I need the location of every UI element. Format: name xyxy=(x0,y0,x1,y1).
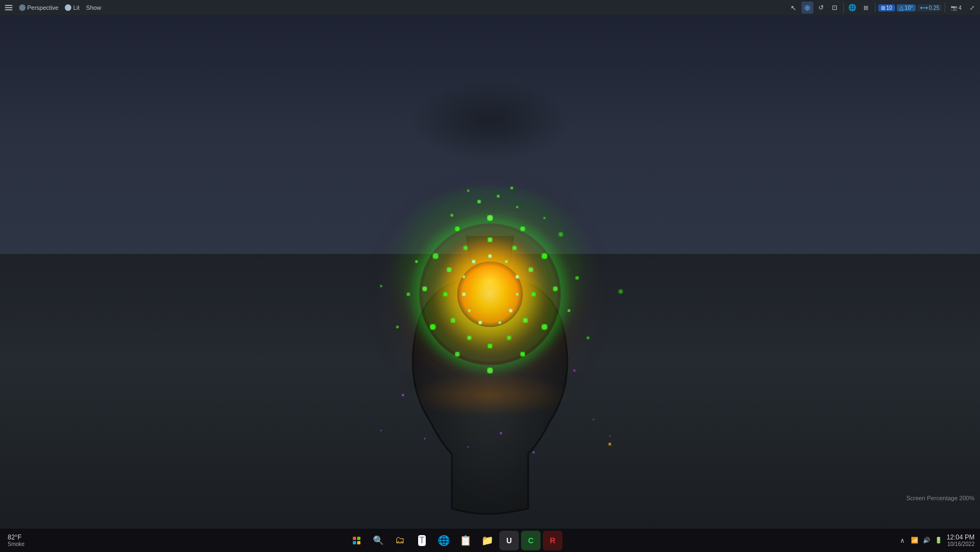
search-icon: 🔍 xyxy=(373,535,384,545)
select-mode-button[interactable]: ↖ xyxy=(788,2,800,14)
grid-snap-badge[interactable]: ⊞ 10 xyxy=(878,4,895,11)
teams-button[interactable]: T xyxy=(412,531,432,550)
sound-button[interactable]: 🔊 xyxy=(922,536,932,545)
unreal-icon: U xyxy=(506,536,512,545)
search-button[interactable]: 🔍 xyxy=(369,531,388,550)
crashpad-icon: C xyxy=(528,536,534,545)
camera-fov-value: 4 xyxy=(958,5,961,11)
taskbar-center: 🔍 🗂 T 🌐 📋 📁 U C R xyxy=(65,531,844,550)
battery-icon: 🔋 xyxy=(935,537,942,544)
wifi-icon[interactable]: 📶 xyxy=(910,536,920,545)
files-icon: 📁 xyxy=(481,535,493,547)
weather-widget[interactable]: 82°F Smoke xyxy=(4,533,28,547)
screen-pct-value: 200% xyxy=(959,495,975,501)
chevron-up-button[interactable]: ∧ xyxy=(898,536,908,545)
sticky-notes-button[interactable]: 📋 xyxy=(456,531,475,550)
lit-icon xyxy=(65,4,71,11)
taskbar-right: ∧ 📶 🔊 🔋 12:04 PM 10/16/2022 xyxy=(844,533,980,547)
scale-button[interactable]: ⊡ xyxy=(829,2,841,14)
unreal-engine-button[interactable]: U xyxy=(499,531,519,550)
world-settings-button[interactable]: 🌐 xyxy=(847,2,859,14)
red-app-icon: R xyxy=(550,536,555,545)
surface-icon: ⊞ xyxy=(863,4,868,11)
lit-button[interactable]: Lit xyxy=(62,2,82,14)
windows-start-button[interactable] xyxy=(347,531,366,550)
cursor-icon: ↖ xyxy=(791,4,797,12)
scale-snap-icon: ⟷ xyxy=(920,5,928,11)
lit-label: Lit xyxy=(73,4,79,11)
rotation-snap-badge[interactable]: △ 10° xyxy=(897,4,916,11)
files-button[interactable]: 📁 xyxy=(477,531,497,550)
file-explorer-icon: 🗂 xyxy=(395,535,405,546)
show-button[interactable]: Show xyxy=(83,2,104,14)
grid-icon: ⊞ xyxy=(881,5,885,11)
hamburger-menu[interactable] xyxy=(2,2,15,14)
clock-date: 10/16/2022 xyxy=(947,541,975,547)
maximize-button[interactable]: ⤢ xyxy=(966,2,978,14)
toolbar-left: Perspective Lit Show xyxy=(2,2,788,14)
taskbar: 82°F Smoke 🔍 🗂 T 🌐 📋 xyxy=(0,529,980,552)
wifi-status-icon: 📶 xyxy=(911,537,918,544)
chrome-icon: 🌐 xyxy=(438,535,450,547)
sound-icon: 🔊 xyxy=(923,537,930,544)
hamburger-icon xyxy=(5,5,13,10)
viewport-toolbar: Perspective Lit Show ↖ ⊕ ↺ xyxy=(0,0,980,15)
red-app-button[interactable]: R xyxy=(543,531,562,550)
perspective-label: Perspective xyxy=(27,4,58,11)
rotation-value: 10° xyxy=(905,5,913,11)
world-icon: 🌐 xyxy=(848,4,856,11)
translate-button[interactable]: ⊕ xyxy=(801,2,813,14)
rotate-button[interactable]: ↺ xyxy=(815,2,827,14)
3d-object xyxy=(376,236,604,519)
3d-viewport[interactable]: Perspective Lit Show ↖ ⊕ ↺ xyxy=(0,0,980,529)
system-tray: ∧ 📶 🔊 🔋 xyxy=(898,536,944,545)
grid-value: 10 xyxy=(886,5,892,11)
taskbar-left: 82°F Smoke xyxy=(0,533,65,547)
translate-icon: ⊕ xyxy=(804,3,811,12)
smoke-effect xyxy=(408,80,572,161)
scale-icon: ⊡ xyxy=(832,4,837,11)
rotation-icon: △ xyxy=(899,5,904,11)
chevron-up-icon: ∧ xyxy=(900,537,905,544)
screen-pct-text: Screen Percentage xyxy=(906,495,958,501)
toolbar-right: ↖ ⊕ ↺ ⊡ 🌐 ⊞ xyxy=(788,2,978,14)
show-label: Show xyxy=(86,4,101,11)
crashpad-button[interactable]: C xyxy=(521,531,541,550)
clock-time: 12:04 PM xyxy=(947,533,975,541)
scale-snap-value: 0.25 xyxy=(929,5,939,11)
scale-snap-badge[interactable]: ⟷ 0.25 xyxy=(917,4,942,11)
perspective-icon xyxy=(19,4,26,11)
camera-fov-badge[interactable]: 📷 4 xyxy=(948,4,964,11)
teams-icon: T xyxy=(418,535,426,546)
maximize-icon: ⤢ xyxy=(970,4,975,11)
weather-description: Smoke xyxy=(8,541,24,547)
camera-fov-icon: 📷 xyxy=(951,5,957,11)
windows-icon xyxy=(353,537,360,544)
weather-temp: 82°F xyxy=(8,533,21,541)
clock-widget[interactable]: 12:04 PM 10/16/2022 xyxy=(947,533,975,547)
file-explorer-button[interactable]: 🗂 xyxy=(390,531,410,550)
battery-button[interactable]: 🔋 xyxy=(934,536,944,545)
perspective-button[interactable]: Perspective xyxy=(16,2,61,14)
sticky-notes-icon: 📋 xyxy=(460,535,471,547)
chrome-button[interactable]: 🌐 xyxy=(434,531,454,550)
screen-percentage-label: Screen Percentage 200% xyxy=(906,495,975,501)
rotate-icon: ↺ xyxy=(818,4,824,11)
surface-snap-button[interactable]: ⊞ xyxy=(860,2,872,14)
